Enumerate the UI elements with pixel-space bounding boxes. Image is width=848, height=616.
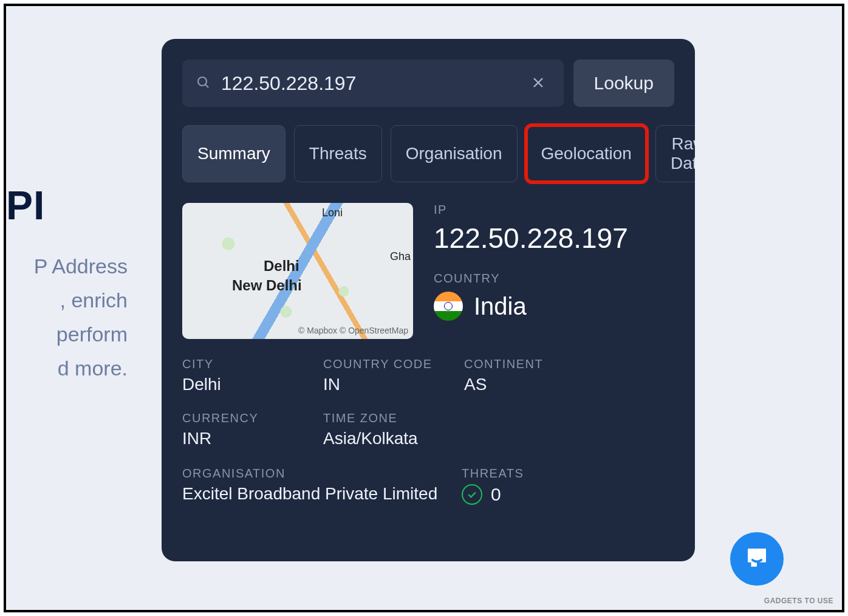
chat-widget-button[interactable] <box>730 532 784 586</box>
page-heading-fragment: PI <box>6 182 45 228</box>
city-value: Delhi <box>182 375 317 394</box>
organisation-label: ORGANISATION <box>182 467 456 481</box>
timezone-cell: TIME ZONE Asia/Kolkata <box>323 411 674 448</box>
ip-search-input[interactable] <box>221 72 526 95</box>
ip-label: IP <box>434 203 674 217</box>
timezone-value: Asia/Kolkata <box>323 429 674 448</box>
country-value: India <box>474 293 527 320</box>
close-icon <box>531 83 545 92</box>
map-city-label: Loni <box>322 207 343 219</box>
city-label: CITY <box>182 357 317 371</box>
bg-line: d more. <box>6 351 128 385</box>
continent-cell: CONTINENT AS <box>464 357 674 394</box>
map-city-label: Gha <box>390 250 411 263</box>
bg-line: , enrich <box>6 283 128 317</box>
map-attribution: © Mapbox © OpenStreetMap <box>298 326 408 335</box>
organisation-value: Excitel Broadband Private Limited <box>182 484 456 504</box>
continent-label: CONTINENT <box>464 357 674 371</box>
threats-cell: THREATS 0 <box>462 467 674 505</box>
map-city-label: Delhi <box>264 258 299 275</box>
tab-geolocation[interactable]: Geolocation <box>526 125 647 182</box>
tab-rawdata[interactable]: Raw Data <box>655 125 695 182</box>
currency-label: CURRENCY <box>182 411 317 425</box>
city-cell: CITY Delhi <box>182 357 317 394</box>
page-subtext-fragment: P Address , enrich perform d more. <box>6 249 128 385</box>
map-thumbnail[interactable]: Loni Delhi New Delhi Gha © Mapbox © Open… <box>182 203 413 339</box>
currency-cell: CURRENCY INR <box>182 411 317 448</box>
countrycode-value: IN <box>323 375 458 394</box>
tab-organisation[interactable]: Organisation <box>391 125 518 182</box>
threats-value: 0 <box>491 484 501 505</box>
countrycode-cell: COUNTRY CODE IN <box>323 357 458 394</box>
svg-point-0 <box>198 77 207 86</box>
ip-value: 122.50.228.197 <box>434 222 674 255</box>
search-box[interactable] <box>182 60 564 107</box>
currency-value: INR <box>182 429 317 448</box>
lookup-button[interactable]: Lookup <box>573 60 674 107</box>
bg-line: perform <box>6 317 128 351</box>
check-circle-icon <box>462 484 482 505</box>
continent-value: AS <box>464 375 674 394</box>
chat-icon <box>744 544 770 573</box>
tab-threats[interactable]: Threats <box>294 125 382 182</box>
svg-line-1 <box>206 85 209 88</box>
bg-line: P Address <box>6 249 128 283</box>
map-city-label: New Delhi <box>232 277 302 294</box>
organisation-cell: ORGANISATION Excitel Broadband Private L… <box>182 467 456 504</box>
watermark: GADGETS TO USE <box>764 597 833 605</box>
timezone-label: TIME ZONE <box>323 411 674 425</box>
ip-lookup-card: Lookup Summary Threats Organisation Geol… <box>162 39 695 561</box>
countrycode-label: COUNTRY CODE <box>323 357 458 371</box>
clear-search-button[interactable] <box>526 70 550 97</box>
tabs: Summary Threats Organisation Geolocation… <box>182 125 674 182</box>
tab-summary[interactable]: Summary <box>182 125 286 182</box>
flag-india-icon <box>434 292 463 321</box>
search-icon <box>196 75 210 92</box>
threats-label: THREATS <box>462 467 674 481</box>
country-label: COUNTRY <box>434 272 674 286</box>
